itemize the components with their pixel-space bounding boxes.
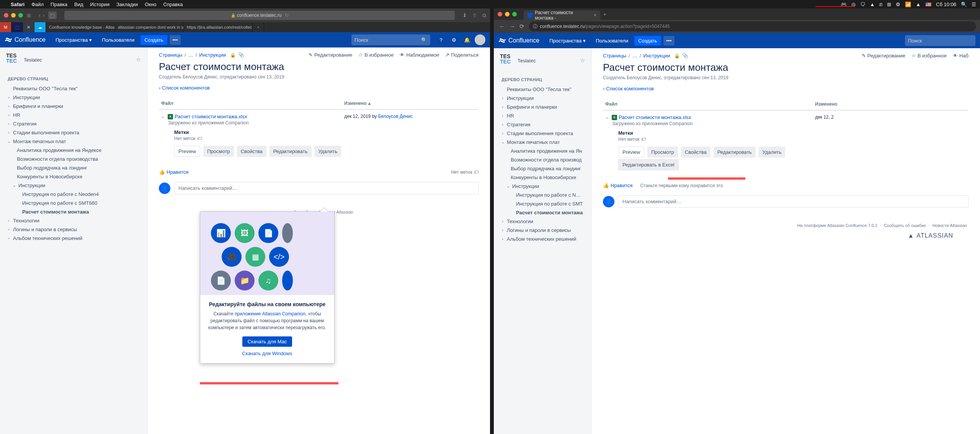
- tree-caret[interactable]: ›: [500, 113, 505, 118]
- tree-item[interactable]: Аналитика продвижения на Ян: [503, 147, 587, 155]
- search-box[interactable]: [905, 35, 975, 46]
- tree-item[interactable]: Инструкции: [498, 94, 587, 103]
- safari-tab-new[interactable]: +: [253, 22, 264, 32]
- tree-item[interactable]: Инструкция по работе с Neod: [508, 191, 587, 199]
- watch-button[interactable]: 👁 Наблюдаемое: [400, 52, 439, 58]
- tree-caret[interactable]: ›: [6, 130, 11, 135]
- tree-item[interactable]: Монтаж печатных плат: [4, 137, 143, 146]
- tree-item[interactable]: Стратегия: [4, 119, 143, 128]
- help-icon[interactable]: ?: [436, 34, 446, 45]
- nav-spaces[interactable]: Пространства▾: [546, 36, 590, 46]
- forward-icon[interactable]: ›: [43, 12, 45, 18]
- expand-icon[interactable]: ⌄: [161, 114, 165, 119]
- back-icon[interactable]: ←: [498, 23, 506, 29]
- share-icon[interactable]: ⇪: [472, 12, 477, 19]
- attachments-icon[interactable]: 📎: [682, 53, 688, 59]
- create-more-button[interactable]: •••: [663, 36, 675, 46]
- menu-view[interactable]: Вид: [74, 2, 83, 7]
- download-mac-button[interactable]: Скачать для Mac: [242, 336, 292, 347]
- window-controls[interactable]: [4, 13, 23, 18]
- chrome-tab[interactable]: Расчет стоимости монтажа - ×: [524, 10, 600, 20]
- safari-tab-pinned[interactable]: ☁: [34, 22, 46, 32]
- tree-item[interactable]: Монтаж печатных плат: [498, 138, 587, 147]
- tree-item[interactable]: Конкуренты в Новосибирске: [503, 173, 587, 182]
- properties-button[interactable]: Свойства: [237, 146, 266, 157]
- view-button[interactable]: Просмотр: [203, 146, 234, 157]
- labels-right[interactable]: Нет меток 🏷: [451, 170, 479, 175]
- components-link[interactable]: ›Список компонентов: [603, 86, 969, 91]
- preview-button[interactable]: Preview: [618, 147, 644, 158]
- expand-icon[interactable]: ⌄: [605, 115, 609, 120]
- menu-history[interactable]: История: [90, 2, 109, 7]
- tree-item[interactable]: Инструкции: [4, 93, 143, 102]
- avatar[interactable]: [475, 34, 485, 45]
- tree-caret[interactable]: ⌄: [505, 184, 511, 189]
- tree-caret[interactable]: ›: [500, 219, 505, 224]
- user-link[interactable]: Белоусов Денис: [378, 114, 413, 119]
- tabs-icon[interactable]: ⧉: [482, 12, 486, 19]
- tree-item[interactable]: Брифинги и планерки: [498, 103, 587, 111]
- companion-link[interactable]: приложение Atlassian Companion: [235, 311, 305, 317]
- tree-item[interactable]: Логины и пароли в сервисы: [4, 225, 143, 234]
- confluence-logo[interactable]: Confluence: [498, 37, 539, 44]
- tree-item[interactable]: Технологии: [4, 216, 143, 225]
- star-icon[interactable]: ☆: [580, 57, 585, 64]
- tree-caret[interactable]: ⌄: [11, 183, 17, 188]
- like-button[interactable]: 👍 Нравится: [603, 183, 632, 188]
- footer-report[interactable]: Сообщить об ошибке: [884, 223, 926, 228]
- tree-caret[interactable]: ›: [6, 121, 11, 126]
- forward-icon[interactable]: →: [508, 23, 517, 29]
- breadcrumb-link[interactable]: …: [188, 52, 193, 58]
- components-link[interactable]: ›Список компонентов: [159, 85, 479, 91]
- tree-caret[interactable]: ›: [6, 227, 11, 232]
- new-tab-button[interactable]: +: [600, 8, 609, 20]
- spotlight-icon[interactable]: 🔍: [961, 2, 967, 7]
- tree-item[interactable]: Инструкции: [503, 182, 587, 191]
- safari-tab-pinned[interactable]: ⬚: [11, 22, 23, 32]
- gear-icon[interactable]: ⚙: [449, 34, 459, 45]
- tree-item[interactable]: Аналитика продвижения на Яндексе: [9, 146, 143, 155]
- tree-item[interactable]: Стадии выполнения проекта: [4, 128, 143, 137]
- site-info-icon[interactable]: ⓘ: [533, 23, 537, 30]
- breadcrumb-link[interactable]: …: [632, 53, 637, 59]
- tab-close-icon[interactable]: ×: [594, 13, 596, 18]
- status-icon[interactable]: ⚙: [896, 2, 900, 7]
- tree-caret[interactable]: ›: [500, 122, 505, 127]
- properties-button[interactable]: Свойства: [681, 147, 710, 158]
- tree-item[interactable]: Инструкция по работе с Neoden4: [15, 190, 143, 199]
- restrictions-icon[interactable]: 🔒: [230, 52, 236, 58]
- tree-item[interactable]: Возможности отдела производства: [9, 155, 143, 163]
- like-button[interactable]: 👍 Нравится: [159, 169, 188, 175]
- status-icon[interactable]: 🗨: [860, 2, 865, 7]
- tree-caret[interactable]: ⌄: [500, 140, 505, 145]
- menu-file[interactable]: Файл: [31, 2, 44, 7]
- status-icon[interactable]: ⊞: [887, 2, 891, 7]
- download-windows-link[interactable]: Скачать для Windows: [207, 351, 327, 356]
- reload-icon[interactable]: ⟳: [518, 23, 526, 29]
- menubar-clock[interactable]: Сб 10:06: [936, 2, 956, 7]
- tree-caret[interactable]: ›: [6, 218, 11, 223]
- bell-icon[interactable]: 🔔: [462, 34, 472, 45]
- watch-button[interactable]: 👁 Наб: [953, 53, 969, 59]
- tag-icon[interactable]: 🏷: [197, 136, 202, 141]
- menu-bookmarks[interactable]: Закладки: [116, 2, 138, 7]
- footer-platform[interactable]: На платформе Atlassian Confluence 7.0.2: [797, 223, 877, 228]
- tree-caret[interactable]: ›: [500, 237, 505, 241]
- reload-icon[interactable]: ↻: [285, 13, 289, 18]
- col-modified[interactable]: Изменено▴: [344, 101, 479, 106]
- tag-icon[interactable]: 🏷: [641, 137, 646, 142]
- status-icon[interactable]: ▲: [870, 2, 875, 7]
- breadcrumb-link[interactable]: Инструкции: [199, 52, 226, 58]
- preview-button[interactable]: Preview: [174, 146, 200, 157]
- tree-item[interactable]: Инструкция по работе с SMT: [508, 199, 587, 208]
- tree-item[interactable]: Альбом технических решений: [498, 235, 587, 243]
- address-bar[interactable]: 🔒 confluence.teslatec.ru ↻: [64, 11, 455, 20]
- col-modified[interactable]: Изменено: [815, 101, 969, 107]
- tree-item[interactable]: HR: [4, 111, 143, 119]
- search-input[interactable]: [354, 37, 419, 43]
- safari-tab[interactable]: Confluence knowledge base - Atlassian Do…: [46, 22, 115, 32]
- favorite-button[interactable]: ☆ В избранное: [911, 53, 947, 59]
- tree-item[interactable]: Возможности отдела производ: [503, 155, 587, 164]
- tree-item[interactable]: Выбор подрядчика на лэндинг: [9, 163, 143, 172]
- footer-news[interactable]: Новости Atlassian: [933, 223, 967, 228]
